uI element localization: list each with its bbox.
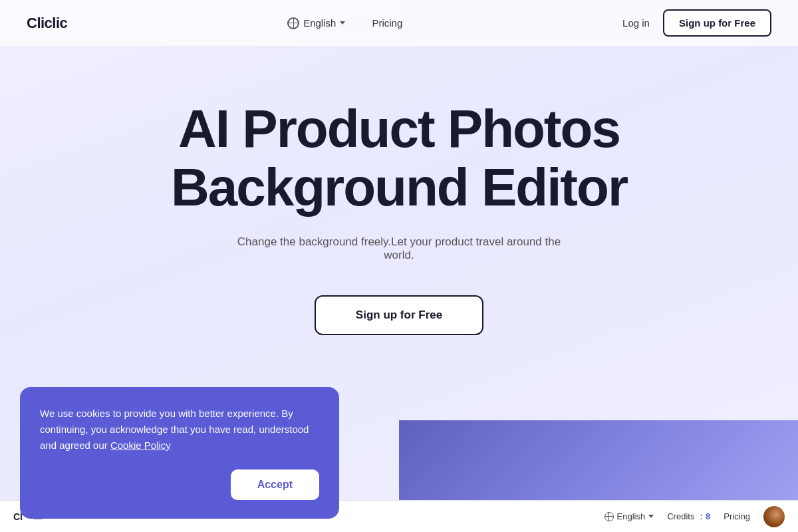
bottom-language-selector[interactable]: English [604, 511, 654, 521]
login-button[interactable]: Log in [622, 17, 650, 29]
hero-title: AI Product Photos Background Editor [171, 100, 627, 217]
main-page: Cliclic English Pricing Log in Sign up f… [0, 0, 798, 532]
accept-button[interactable]: Accept [231, 469, 319, 500]
globe-icon [287, 17, 299, 29]
bottom-pricing-link[interactable]: Pricing [724, 511, 750, 521]
navbar: Cliclic English Pricing Log in Sign up f… [0, 0, 798, 47]
hero-title-line2: Background Editor [171, 158, 627, 217]
avatar[interactable] [763, 506, 785, 527]
cookie-policy-link[interactable]: Cookie Policy [110, 440, 171, 451]
hero-signup-button[interactable]: Sign up for Free [315, 295, 483, 335]
navbar-center: English Pricing [287, 17, 402, 29]
cookie-message-text: We use cookies to provide you with bette… [40, 408, 309, 451]
cookie-banner: We use cookies to provide you with bette… [20, 387, 339, 519]
credits-count: 8 [706, 511, 710, 521]
hero-section: AI Product Photos Background Editor Chan… [0, 47, 798, 335]
signup-button[interactable]: Sign up for Free [663, 9, 771, 37]
hero-subtitle: Change the background freely.Let your pr… [233, 235, 565, 262]
nav-logo: Cliclic [27, 15, 67, 32]
bottom-globe-icon [604, 512, 614, 521]
language-selector[interactable]: English [287, 17, 345, 29]
language-label: English [303, 17, 336, 29]
chevron-down-icon [340, 21, 345, 25]
thumbnail-right-panel [399, 420, 798, 500]
bottom-language-label: English [617, 511, 646, 521]
bottom-right: English Credits ：8 Pricing [604, 506, 785, 527]
avatar-image [763, 506, 785, 527]
cookie-message: We use cookies to provide you with bette… [40, 406, 319, 454]
nav-pricing-link[interactable]: Pricing [372, 17, 402, 29]
bottom-credits: Credits ：8 [667, 511, 710, 523]
hero-title-line1: AI Product Photos [178, 99, 620, 158]
credits-label: Credits ： [667, 511, 706, 521]
navbar-right: Log in Sign up for Free [622, 9, 771, 37]
bottom-chevron-down-icon [648, 515, 654, 518]
